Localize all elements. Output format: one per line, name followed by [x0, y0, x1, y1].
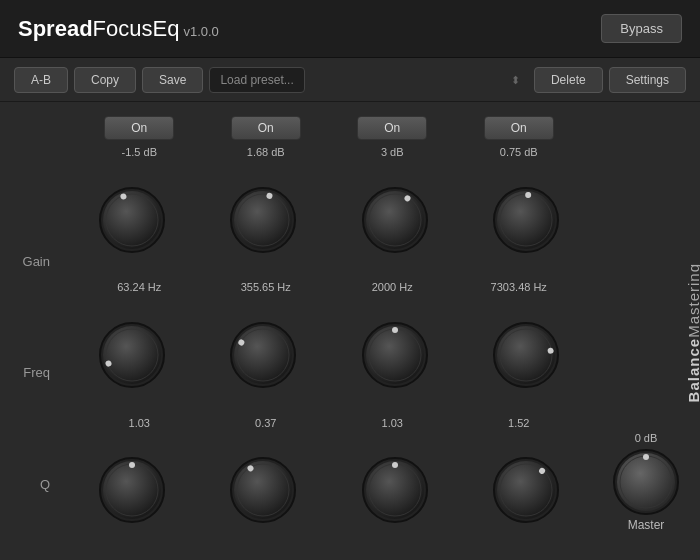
svg-point-51: [643, 454, 649, 460]
band-2-on-button[interactable]: On: [231, 116, 301, 140]
q-val-row: 1.03 0.37 1.03 1.52: [56, 415, 602, 431]
band-1-freq: 63.24 Hz: [104, 281, 174, 293]
band-3-freq-knob-wrapper: [361, 321, 429, 389]
band-3-freq-knob[interactable]: [361, 321, 429, 389]
band-1-q-knob-wrapper: [98, 456, 166, 524]
band-1-freq-knob[interactable]: [98, 321, 166, 389]
q-label: Q: [10, 477, 56, 492]
branding-bold: Balance: [685, 338, 701, 403]
svg-point-17: [103, 326, 161, 384]
settings-button[interactable]: Settings: [609, 67, 686, 93]
logo-light: FocusEq: [93, 16, 180, 41]
preset-dropdown-wrapper: Load preset...: [209, 67, 528, 93]
bypass-button[interactable]: Bypass: [601, 14, 682, 43]
svg-point-41: [366, 461, 424, 519]
band-4-q-knob[interactable]: [492, 456, 560, 524]
logo-bold: Spread: [18, 16, 93, 41]
band-2-q-knob-wrapper: [229, 456, 297, 524]
band-2-freq-knob[interactable]: [229, 321, 297, 389]
band-1-gain-knob-wrapper: [98, 186, 166, 254]
svg-point-35: [129, 462, 135, 468]
main-area: Gain Freq Q On On On On -1.5 dB 1.68 dB …: [0, 102, 700, 560]
band-4-freq-knob-wrapper: [492, 321, 560, 389]
q-knobs-row: [56, 431, 602, 550]
freq-label: Freq: [10, 365, 56, 380]
gain-label: Gain: [10, 254, 56, 269]
preset-select[interactable]: Load preset...: [209, 67, 305, 93]
freq-hz-row: 63.24 Hz 355.65 Hz 2000 Hz 7303.48 Hz: [56, 279, 602, 295]
branding-text: BalanceMastering: [685, 263, 701, 402]
svg-point-29: [497, 326, 555, 384]
svg-point-45: [497, 461, 555, 519]
branding: BalanceMastering: [678, 116, 700, 550]
band-4-gain-db: 0.75 dB: [484, 146, 554, 158]
band-2-freq: 355.65 Hz: [231, 281, 301, 293]
gain-db-row: -1.5 dB 1.68 dB 3 dB 0.75 dB: [56, 144, 602, 160]
band-2-gain-knob[interactable]: [229, 186, 297, 254]
band-4-q-knob-wrapper: [492, 456, 560, 524]
band-4-gain-knob-wrapper: [492, 186, 560, 254]
band-3-q: 1.03: [357, 417, 427, 429]
band-3-q-knob-wrapper: [361, 456, 429, 524]
band-2-q-knob[interactable]: [229, 456, 297, 524]
band-4-q: 1.52: [484, 417, 554, 429]
band-2-gain-db: 1.68 dB: [231, 146, 301, 158]
row-labels: Gain Freq Q: [10, 116, 56, 550]
band-3-gain-knob-wrapper: [361, 186, 429, 254]
svg-point-9: [366, 191, 424, 249]
header: SpreadFocusEqv1.0.0 Bypass: [0, 0, 700, 58]
bands-area: On On On On -1.5 dB 1.68 dB 3 dB 0.75 dB: [56, 116, 602, 550]
svg-point-43: [392, 462, 398, 468]
save-button[interactable]: Save: [142, 67, 203, 93]
band-4-gain-knob[interactable]: [492, 186, 560, 254]
master-knob[interactable]: [612, 448, 680, 516]
band-2-freq-knob-wrapper: [229, 321, 297, 389]
band-1-gain-knob[interactable]: [98, 186, 166, 254]
freq-knobs-row: [56, 295, 602, 414]
band-1-q-knob[interactable]: [98, 456, 166, 524]
svg-point-25: [366, 326, 424, 384]
band-3-gain-db: 3 dB: [357, 146, 427, 158]
band-4-on-button[interactable]: On: [484, 116, 554, 140]
band-1-q: 1.03: [104, 417, 174, 429]
gain-knobs-row: [56, 160, 602, 279]
master-label: Master: [628, 518, 665, 532]
band-4-freq-knob[interactable]: [492, 321, 560, 389]
band-4-freq: 7303.48 Hz: [484, 281, 554, 293]
master-db-label: 0 dB: [635, 432, 658, 444]
svg-point-37: [234, 461, 292, 519]
svg-point-1: [103, 191, 161, 249]
ab-button[interactable]: A-B: [14, 67, 68, 93]
right-panel: 0 dB Master BalanceMastering: [602, 116, 690, 550]
band-2-q: 0.37: [231, 417, 301, 429]
band-3-freq: 2000 Hz: [357, 281, 427, 293]
branding-light: Mastering: [685, 263, 701, 338]
on-buttons-row: On On On On: [56, 116, 602, 140]
svg-point-5: [234, 191, 292, 249]
band-2-gain-knob-wrapper: [229, 186, 297, 254]
copy-button[interactable]: Copy: [74, 67, 136, 93]
delete-button[interactable]: Delete: [534, 67, 603, 93]
svg-point-21: [234, 326, 292, 384]
svg-point-33: [103, 461, 161, 519]
logo: SpreadFocusEqv1.0.0: [18, 16, 219, 42]
band-3-on-button[interactable]: On: [357, 116, 427, 140]
toolbar: A-B Copy Save Load preset... Delete Sett…: [0, 58, 700, 102]
svg-point-13: [497, 191, 555, 249]
band-3-q-knob[interactable]: [361, 456, 429, 524]
band-1-on-button[interactable]: On: [104, 116, 174, 140]
band-1-freq-knob-wrapper: [98, 321, 166, 389]
band-3-gain-knob[interactable]: [361, 186, 429, 254]
band-1-gain-db: -1.5 dB: [104, 146, 174, 158]
svg-point-27: [392, 327, 398, 333]
master-knob-area: 0 dB Master: [612, 432, 680, 532]
svg-point-49: [617, 453, 675, 511]
logo-version: v1.0.0: [183, 24, 218, 39]
